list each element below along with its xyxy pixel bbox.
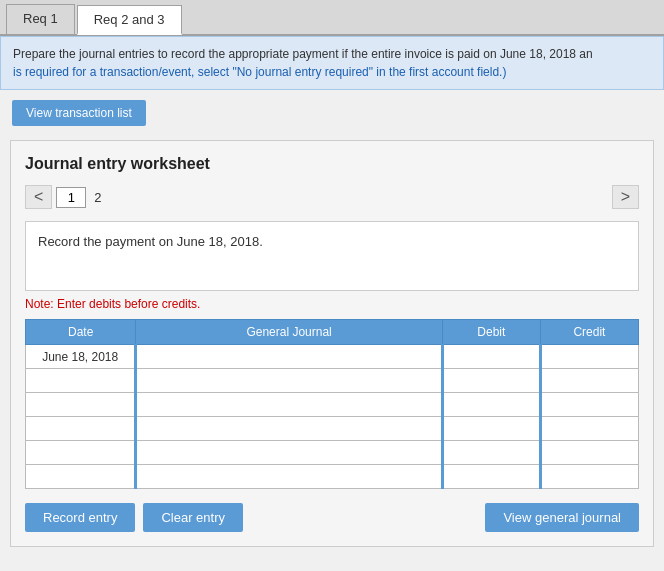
table-row: [26, 465, 639, 489]
description-text: Record the payment on June 18, 2018.: [38, 234, 263, 249]
journal-cell-0[interactable]: [136, 345, 443, 369]
journal-input-5[interactable]: [141, 470, 437, 484]
col-header-date: Date: [26, 320, 136, 345]
journal-cell-3[interactable]: [136, 417, 443, 441]
journal-cell-1[interactable]: [136, 369, 443, 393]
debit-input-4[interactable]: [448, 446, 535, 460]
credit-cell-4[interactable]: [540, 441, 638, 465]
credit-cell-0[interactable]: [540, 345, 638, 369]
table-row: June 18, 2018: [26, 345, 639, 369]
tab-req2and3[interactable]: Req 2 and 3: [77, 5, 182, 35]
current-page: 1: [56, 187, 86, 208]
journal-input-2[interactable]: [141, 398, 437, 412]
date-cell-0: June 18, 2018: [26, 345, 136, 369]
next-page-button[interactable]: >: [612, 185, 639, 209]
debit-input-0[interactable]: [448, 350, 535, 364]
banner-text: Prepare the journal entries to record th…: [13, 47, 593, 61]
table-row: [26, 393, 639, 417]
journal-table: Date General Journal Debit Credit June 1…: [25, 319, 639, 489]
debit-input-2[interactable]: [448, 398, 535, 412]
credit-cell-5[interactable]: [540, 465, 638, 489]
credit-input-4[interactable]: [546, 446, 634, 460]
worksheet-title: Journal entry worksheet: [25, 155, 639, 173]
info-banner: Prepare the journal entries to record th…: [0, 36, 664, 90]
credit-cell-2[interactable]: [540, 393, 638, 417]
col-header-journal: General Journal: [136, 320, 443, 345]
debit-cell-5[interactable]: [442, 465, 540, 489]
credit-cell-3[interactable]: [540, 417, 638, 441]
journal-input-3[interactable]: [141, 422, 437, 436]
debit-cell-0[interactable]: [442, 345, 540, 369]
journal-cell-5[interactable]: [136, 465, 443, 489]
banner-highlight: is required for a transaction/event, sel…: [13, 65, 506, 79]
date-cell-4: [26, 441, 136, 465]
journal-cell-2[interactable]: [136, 393, 443, 417]
clear-entry-button[interactable]: Clear entry: [143, 503, 243, 532]
date-cell-3: [26, 417, 136, 441]
tabs-bar: Req 1 Req 2 and 3: [0, 0, 664, 36]
credit-cell-1[interactable]: [540, 369, 638, 393]
col-header-debit: Debit: [442, 320, 540, 345]
debit-cell-4[interactable]: [442, 441, 540, 465]
journal-input-1[interactable]: [141, 374, 437, 388]
debit-input-3[interactable]: [448, 422, 535, 436]
credit-input-0[interactable]: [546, 350, 634, 364]
date-cell-2: [26, 393, 136, 417]
table-row: [26, 417, 639, 441]
tab-req1[interactable]: Req 1: [6, 4, 75, 34]
credit-input-3[interactable]: [546, 422, 634, 436]
credit-input-1[interactable]: [546, 374, 634, 388]
action-buttons: Record entry Clear entry View general jo…: [25, 503, 639, 532]
journal-input-0[interactable]: [141, 350, 437, 364]
credit-input-5[interactable]: [546, 470, 634, 484]
date-cell-1: [26, 369, 136, 393]
table-row: [26, 369, 639, 393]
credit-input-2[interactable]: [546, 398, 634, 412]
description-box: Record the payment on June 18, 2018.: [25, 221, 639, 291]
view-general-journal-button[interactable]: View general journal: [485, 503, 639, 532]
total-pages: 2: [94, 190, 101, 205]
debit-cell-1[interactable]: [442, 369, 540, 393]
prev-page-button[interactable]: <: [25, 185, 52, 209]
worksheet-card: Journal entry worksheet < 1 2 > Record t…: [10, 140, 654, 547]
debit-input-5[interactable]: [448, 470, 535, 484]
nav-row: < 1 2 >: [25, 185, 639, 209]
debit-cell-3[interactable]: [442, 417, 540, 441]
table-row: [26, 441, 639, 465]
journal-cell-4[interactable]: [136, 441, 443, 465]
date-cell-5: [26, 465, 136, 489]
debit-input-1[interactable]: [448, 374, 535, 388]
debit-cell-2[interactable]: [442, 393, 540, 417]
view-transaction-button[interactable]: View transaction list: [12, 100, 146, 126]
record-entry-button[interactable]: Record entry: [25, 503, 135, 532]
col-header-credit: Credit: [540, 320, 638, 345]
note-text: Note: Enter debits before credits.: [25, 297, 639, 311]
journal-input-4[interactable]: [141, 446, 437, 460]
